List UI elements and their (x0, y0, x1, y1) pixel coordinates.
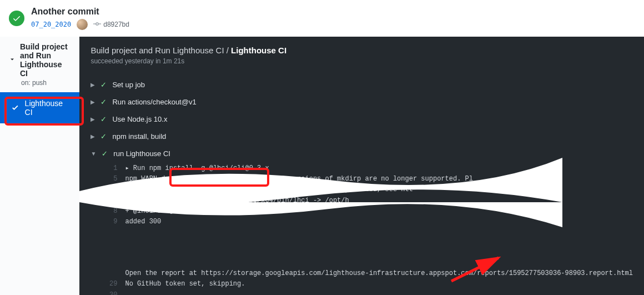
chevron-down-icon (9, 56, 16, 64)
branch-name[interactable]: 07_20_2020 (31, 21, 71, 28)
sidebar: Build project and Run Lighthouse CI on: … (0, 37, 79, 295)
step-node[interactable]: ▶✓Use Node.js 10.x (79, 111, 644, 128)
caret-right-icon: ▶ (90, 116, 95, 122)
log-line: 29No GitHub token set, skipping. (102, 279, 633, 289)
breadcrumb-current: Lighthouse CI (231, 46, 286, 55)
breadcrumb: Build project and Run Lighthouse CI / Li… (90, 46, 633, 55)
steps-list: ▶✓Set up job ▶✓Run actions/checkout@v1 ▶… (79, 74, 644, 295)
check-icon (11, 103, 19, 112)
commit-meta: 07_20_2020 d8927bd (31, 19, 129, 30)
log-line: 7/opt/hostedtoolcache/node/10.21.0/x64/b… (102, 196, 633, 206)
commit-title: Another commit (31, 7, 129, 17)
layout: Build project and Run Lighthouse CI on: … (0, 37, 644, 295)
check-icon: ✓ (100, 81, 107, 89)
commit-header: Another commit 07_20_2020 d8927bd (0, 0, 644, 37)
avatar[interactable] (77, 19, 88, 30)
check-icon: ✓ (100, 132, 107, 141)
status-state: succeeded (90, 57, 123, 65)
main-panel: Build project and Run Lighthouse CI / Li… (79, 37, 644, 295)
svg-point-0 (96, 22, 98, 24)
log-line: 5npm WARN deprecated mkdirp@0.5.1: Legac… (102, 174, 633, 184)
breadcrumb-parent: Build project and Run Lighthouse CI (90, 46, 224, 55)
log-line: 9added 300 (102, 217, 633, 227)
caret-down-icon: ▼ (90, 151, 96, 157)
check-icon: ✓ (100, 98, 107, 106)
step-run-lighthouse[interactable]: ▼✓run Lighthouse CI (79, 145, 644, 162)
sha-text: d8927bd (103, 21, 129, 28)
workflow-trigger: on: push (21, 79, 71, 87)
caret-right-icon: ▶ (90, 133, 95, 139)
commit-icon (93, 20, 101, 29)
status-when: yesterday (125, 57, 154, 65)
status-line: succeeded yesterday in 1m 21s (90, 57, 633, 65)
log-output-top: 1▸ Run npm install -g @lhci/cli@0.3.x 5n… (79, 162, 644, 228)
caret-right-icon: ▶ (90, 99, 95, 105)
step-npm-install[interactable]: ▶✓npm install, build (79, 128, 644, 145)
job-item-lighthouse[interactable]: Lighthouse CI (0, 92, 79, 123)
log-line: 8+ @lhci/cli@0.3.14 (102, 206, 633, 217)
workflow-item[interactable]: Build project and Run Lighthouse CI on: … (0, 37, 79, 92)
step-checkout[interactable]: ▶✓Run actions/checkout@v1 (79, 93, 644, 111)
log-output-bottom: Open the report at https://storage.googl… (79, 267, 644, 295)
step-setup-job[interactable]: ▶✓Set up job (79, 76, 644, 93)
log-line: Open the report at https://storage.googl… (102, 268, 633, 279)
success-check-icon (9, 11, 24, 26)
log-line: 1▸ Run npm install -g @lhci/cli@0.3.x (102, 163, 633, 174)
log-line: 30 (102, 290, 633, 296)
commit-sha[interactable]: d8927bd (93, 20, 129, 29)
main-header: Build project and Run Lighthouse CI / Li… (79, 37, 644, 74)
status-duration: 1m 21s (163, 57, 184, 65)
check-icon: ✓ (102, 149, 108, 158)
caret-right-icon: ▶ (90, 82, 95, 88)
job-label: Lighthouse CI (25, 99, 69, 117)
commit-info: Another commit 07_20_2020 d8927bd (31, 7, 129, 30)
workflow-title: Build project and Run Lighthouse CI (20, 42, 71, 78)
check-icon: ✓ (100, 115, 107, 123)
log-line: 6npm WARN deprecated request@2.88.2: req… (102, 184, 633, 195)
